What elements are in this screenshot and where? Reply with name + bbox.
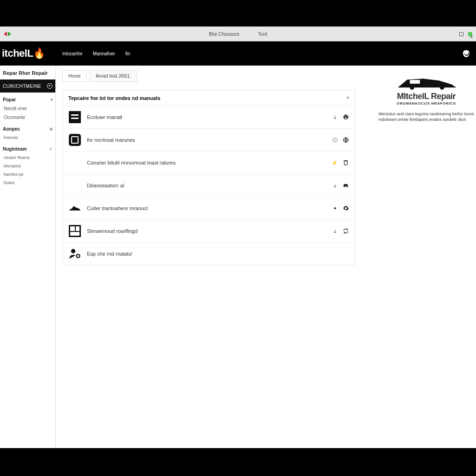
sidebar-item[interactable]: Moropice (0, 162, 55, 170)
blank-icon (68, 179, 81, 192)
brand-logo-text: itchelL (2, 47, 33, 59)
panel-header: Tepcaire fne int tor ondes nd manuals ▾ (63, 91, 355, 106)
print-icon[interactable] (343, 114, 349, 120)
download-icon[interactable]: ⇣ (331, 182, 338, 189)
chrome-title-area: Bhe Choosoce Tord (209, 32, 267, 37)
chrome-close-icon[interactable]: ✕ (470, 35, 473, 39)
shoe-icon (68, 202, 81, 215)
manual-row[interactable]: Ecoluwr rnanatl ⇣ (63, 106, 355, 129)
person-gear-icon (68, 247, 81, 260)
nav-item-3[interactable]: fin (126, 51, 131, 56)
svg-point-4 (440, 85, 444, 90)
sidebar-item[interactable]: Aicacir Reens (0, 153, 55, 162)
download-icon[interactable]: ⇣ (331, 228, 338, 234)
nav-item-1[interactable]: Inlocanfor (62, 51, 83, 56)
settings-icon[interactable] (343, 205, 349, 212)
download-icon[interactable]: ⇣ (331, 114, 338, 120)
tab-home[interactable]: Hover (62, 70, 87, 82)
sidebar-section-2[interactable]: Aonpes ⇲ (0, 122, 55, 133)
sync-icon[interactable] (343, 228, 349, 234)
sidebar-section-2-label: Aonpes (3, 126, 20, 132)
sidebar-item[interactable]: lnsrests (0, 133, 55, 142)
content: Hover Anrad bod J0t01. Tepcaire fne int … (56, 66, 372, 448)
shield-icon[interactable] (463, 50, 469, 57)
chrome-title-1: Bhe Choosoce (209, 32, 239, 37)
brand-badge: MItchelL Repair ORUMANKOCUS NRAFORICS (378, 75, 474, 106)
svg-point-3 (410, 85, 415, 90)
manual-row[interactable]: thr rocrinsal marunes ⓘ (63, 129, 355, 152)
manual-row-label: Cuiter trantoaheor mranucl (87, 205, 331, 211)
forward-icon[interactable] (8, 32, 11, 36)
brand-logo[interactable]: itchelL🔥 (0, 47, 46, 60)
header-nav: Inlocanfor Mannafoer fin (62, 51, 130, 56)
manual-row[interactable]: Slnraernoud roarlfingd ⇣ (63, 220, 355, 243)
screen-icon (68, 133, 81, 146)
sidebar: Repar Rher Repair CUIKICHTMEINE Popar ▾ … (0, 66, 56, 448)
manual-row-label: thr rocrinsal marunes (87, 137, 331, 143)
sidebar-item[interactable]: Dutes (0, 178, 55, 187)
brand-name: MItchelL Repair (378, 92, 474, 101)
manual-row-label: Esp chir rnd rnalats! (87, 251, 349, 257)
gear-icon (47, 83, 53, 89)
check-icon: ✓ (49, 147, 53, 151)
manual-row-label: Consrier bitulit rmnurmoat tnast ratures (87, 160, 331, 165)
sidebar-item[interactable]: Nerott oner (0, 104, 55, 113)
row-actions: ⇣ (331, 182, 349, 189)
sidebar-section-1[interactable]: Popar ▾ (0, 93, 55, 104)
row-actions: ⚡ (331, 159, 349, 166)
main: Hover Anrad bod J0t01. Tepcaire fne int … (56, 66, 476, 448)
back-icon[interactable] (4, 32, 7, 36)
bolt-icon[interactable]: ⚡ (331, 159, 338, 166)
sidebar-title: Repar Rher Repair (0, 66, 55, 79)
sidebar-active-item[interactable]: CUIKICHTMEINE (0, 79, 55, 93)
grid-icon (68, 225, 81, 238)
panel-title: Tepcaire fne int tor ondes nd manuals (68, 95, 160, 101)
body: Repar Rher Repair CUIKICHTMEINE Popar ▾ … (0, 66, 476, 448)
manual-row[interactable]: Consrier bitulit rmnurmoat tnast ratures… (63, 152, 355, 174)
manual-row-label: Slnraernoud roarlfingd (87, 228, 331, 234)
row-actions: ⇣ (331, 114, 349, 120)
car-icon[interactable] (343, 182, 349, 189)
row-actions: ⇣ (331, 228, 349, 234)
trash-icon[interactable] (343, 159, 349, 166)
globe-icon[interactable] (343, 137, 349, 143)
row-actions: ✦ (331, 205, 349, 212)
manual-row-label: Ecoluwr rnanatl (87, 114, 331, 120)
caret-icon[interactable]: ▾ (347, 95, 349, 101)
manual-row[interactable]: Cuiter trantoaheor mranucl ✦ (63, 197, 355, 220)
manual-row[interactable]: Esp chir rnd rnalats! (63, 243, 355, 265)
sidebar-active-label: CUIKICHTMEINE (3, 84, 41, 89)
nav-item-2[interactable]: Mannafoer (93, 51, 115, 56)
tabs: Hover Anrad bod J0t01. (62, 66, 372, 82)
manual-row-label: Déanoeastorc al (87, 183, 331, 188)
manual-row[interactable]: Déanoeastorc al ⇣ (63, 174, 355, 197)
document-icon (68, 111, 81, 124)
nav-arrows[interactable] (4, 32, 11, 36)
sidebar-section-1-label: Popar (3, 97, 16, 102)
chrome-title-2: Tord (258, 32, 267, 37)
header-right[interactable] (463, 50, 469, 57)
sidebar-item[interactable]: Ocomante (0, 113, 55, 122)
flame-icon: 🔥 (34, 47, 45, 60)
svg-rect-5 (410, 80, 420, 84)
chevron-down-icon: ▾ (51, 98, 53, 102)
sidebar-section-3[interactable]: Nuginteam ✓ (0, 142, 55, 153)
blank-icon (68, 156, 81, 169)
person-icon[interactable]: ✦ (331, 205, 338, 212)
tab-second[interactable]: Anrad bod J0t01. (90, 70, 137, 82)
sidebar-section-3-label: Nuginteam (3, 146, 27, 152)
window-layout-icon[interactable] (459, 32, 463, 36)
manuals-panel: Tepcaire fne int tor ondes nd manuals ▾ … (62, 90, 355, 265)
info-copy: Wectutuc and ciars tegoins raraheanng be… (378, 111, 474, 122)
svg-point-1 (71, 249, 75, 253)
app-header: itchelL🔥 Inlocanfor Mannafoer fin (0, 41, 476, 66)
expand-icon: ⇲ (49, 127, 53, 131)
sidebar-item[interactable]: hanrtes pe (0, 170, 55, 178)
brand-tagline: ORUMANKOCUS NRAFORICS (378, 101, 474, 106)
info-column: MItchelL Repair ORUMANKOCUS NRAFORICS We… (372, 66, 476, 448)
row-actions: ⓘ (331, 137, 349, 143)
app-window: Bhe Choosoce Tord ✕ itchelL🔥 Inlocanfor … (0, 26, 476, 448)
browser-chrome: Bhe Choosoce Tord ✕ (0, 26, 476, 41)
info-icon[interactable]: ⓘ (331, 137, 338, 143)
car-silhouette-icon (391, 75, 461, 91)
